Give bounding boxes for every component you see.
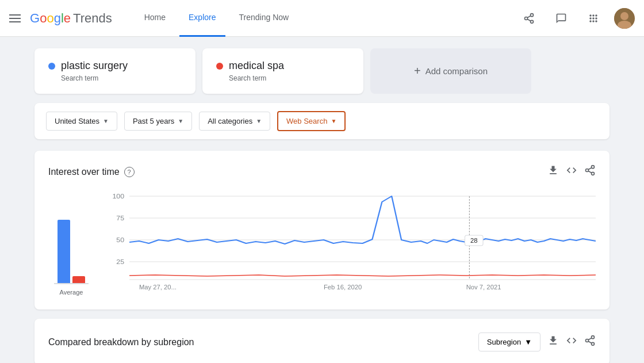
- chart-side-legend: Average: [48, 209, 94, 296]
- header-left: Google Trends Home Explore Trending Now: [9, 0, 298, 37]
- breakdown-share-icon[interactable]: [584, 335, 596, 349]
- svg-point-30: [592, 342, 595, 345]
- search-type-label: Web Search: [286, 117, 327, 125]
- svg-text:May 27, 20...: May 27, 20...: [139, 284, 177, 291]
- svg-point-2: [531, 20, 534, 23]
- nav-explore[interactable]: Explore: [179, 0, 225, 37]
- google-wordmark: Google: [30, 11, 71, 26]
- blue-average-bar: [57, 220, 70, 283]
- breakdown-title: Compared breakdown by subregion: [48, 337, 194, 347]
- search-term-card-2[interactable]: medical spa Search term: [202, 48, 363, 94]
- categories-filter[interactable]: All categories ▼: [199, 112, 270, 131]
- download-icon[interactable]: [547, 165, 559, 179]
- time-range-filter[interactable]: Past 5 years ▼: [124, 112, 192, 131]
- term-2-subtitle: Search term: [229, 74, 350, 82]
- card-title: Interest over time: [48, 167, 120, 177]
- card-actions: [547, 165, 596, 179]
- svg-text:Nov 7, 2021: Nov 7, 2021: [466, 284, 501, 291]
- term-1-header: plastic surgery: [48, 60, 182, 72]
- breakdown-header: Compared breakdown by subregion Subregio…: [48, 333, 596, 351]
- breakdown-download-icon[interactable]: [547, 335, 559, 349]
- google-trends-logo: Google Trends: [30, 11, 112, 26]
- blue-trend-line: [129, 196, 596, 244]
- svg-point-1: [525, 17, 528, 20]
- svg-text:25: 25: [116, 258, 124, 265]
- term-1-title: plastic surgery: [61, 60, 128, 72]
- main-content: plastic surgery Search term medical spa …: [0, 37, 644, 363]
- svg-line-31: [588, 341, 592, 343]
- location-label: United States: [55, 117, 99, 125]
- card-header: Interest over time ?: [48, 165, 596, 179]
- red-trend-line: [129, 275, 596, 276]
- time-range-label: Past 5 years: [133, 117, 174, 125]
- svg-text:100: 100: [112, 193, 124, 200]
- chart-main: 100 75 50 25 May 27, 20... Feb 16, 2020 …: [103, 190, 596, 296]
- add-comparison-button[interactable]: + Add comparison: [370, 48, 531, 94]
- embed-icon[interactable]: [566, 165, 577, 179]
- main-nav: Home Explore Trending Now: [135, 0, 298, 37]
- help-icon[interactable]: ?: [124, 167, 135, 177]
- filters-row: United States ▼ Past 5 years ▼ All categ…: [34, 103, 610, 139]
- term-2-header: medical spa: [216, 60, 350, 72]
- svg-text:Feb 16, 2020: Feb 16, 2020: [324, 284, 362, 291]
- interest-over-time-card: Interest over time ?: [34, 151, 610, 309]
- svg-line-12: [588, 167, 592, 169]
- chart-container: Average 100 75 50 25: [48, 190, 596, 296]
- svg-point-6: [620, 12, 628, 20]
- svg-line-32: [588, 338, 592, 339]
- search-type-filter[interactable]: Web Search ▼: [277, 111, 346, 131]
- subregion-button[interactable]: Subregion ▼: [478, 333, 540, 351]
- subregion-chevron: ▼: [524, 338, 532, 346]
- apps-grid-icon[interactable]: [582, 7, 605, 30]
- svg-text:50: 50: [116, 236, 124, 243]
- plus-icon: +: [414, 64, 421, 78]
- svg-point-0: [531, 13, 534, 16]
- share-chart-icon[interactable]: [584, 165, 596, 179]
- search-type-chevron: ▼: [331, 118, 336, 124]
- chart-svg: 100 75 50 25 May 27, 20... Feb 16, 2020 …: [103, 190, 596, 294]
- search-terms-row: plastic surgery Search term medical spa …: [34, 48, 610, 94]
- card-title-row: Interest over time ?: [48, 167, 135, 177]
- location-filter[interactable]: United States ▼: [46, 112, 117, 131]
- svg-point-29: [586, 339, 589, 342]
- svg-line-3: [527, 19, 531, 21]
- subregion-label: Subregion: [487, 338, 521, 346]
- trends-wordmark: Trends: [73, 11, 112, 26]
- time-chevron: ▼: [178, 118, 183, 124]
- term-2-title: medical spa: [229, 60, 284, 72]
- nav-home[interactable]: Home: [135, 0, 175, 37]
- svg-line-11: [588, 171, 592, 173]
- svg-line-4: [527, 16, 531, 17]
- user-avatar[interactable]: [614, 8, 635, 29]
- breakdown-embed-icon[interactable]: [566, 335, 577, 349]
- svg-point-8: [592, 166, 595, 169]
- red-average-bar: [72, 276, 85, 283]
- term-2-dot: [216, 63, 223, 70]
- breakdown-card: Compared breakdown by subregion Subregio…: [34, 319, 610, 363]
- feedback-icon[interactable]: [550, 7, 573, 30]
- categories-label: All categories: [208, 117, 252, 125]
- svg-text:75: 75: [116, 215, 124, 221]
- average-bars: [54, 209, 89, 284]
- average-label: Average: [60, 289, 83, 296]
- app-header: Google Trends Home Explore Trending Now: [0, 0, 644, 37]
- term-1-subtitle: Search term: [61, 74, 182, 82]
- breakdown-actions: Subregion ▼: [478, 333, 596, 351]
- term-1-dot: [48, 63, 55, 70]
- share-icon[interactable]: [518, 7, 540, 30]
- svg-text:28: 28: [470, 238, 478, 244]
- svg-point-28: [592, 336, 595, 339]
- add-comparison-label: Add comparison: [425, 66, 488, 76]
- nav-trending-now[interactable]: Trending Now: [230, 0, 298, 37]
- hamburger-menu[interactable]: [9, 14, 21, 22]
- svg-point-9: [586, 169, 589, 172]
- location-chevron: ▼: [103, 118, 109, 124]
- categories-chevron: ▼: [256, 118, 262, 124]
- svg-point-10: [592, 172, 595, 175]
- header-right: [518, 7, 635, 30]
- search-term-card-1[interactable]: plastic surgery Search term: [34, 48, 195, 94]
